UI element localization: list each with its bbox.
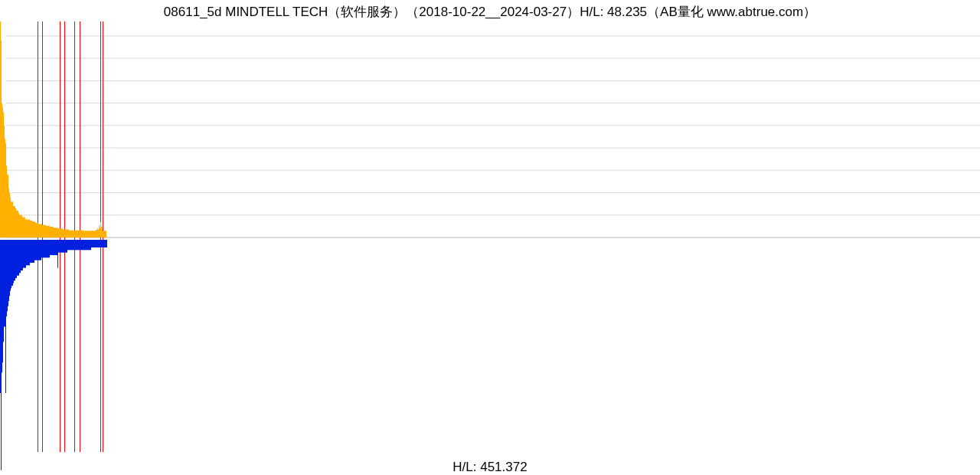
svg-rect-166 (6, 240, 7, 316)
svg-rect-281 (94, 240, 95, 247)
svg-rect-112 (71, 231, 72, 238)
svg-rect-91 (55, 228, 56, 238)
svg-rect-203 (34, 240, 35, 260)
svg-rect-245 (67, 240, 67, 253)
svg-rect-199 (31, 240, 32, 263)
svg-rect-174 (12, 240, 13, 286)
svg-rect-183 (19, 240, 20, 273)
svg-rect-145 (96, 230, 97, 238)
chart-canvas (0, 0, 980, 475)
svg-rect-118 (76, 231, 77, 238)
svg-rect-114 (73, 231, 74, 238)
svg-rect-110 (70, 231, 70, 238)
svg-rect-89 (54, 228, 54, 238)
svg-rect-85 (51, 227, 51, 238)
svg-rect-153 (103, 231, 103, 238)
svg-rect-136 (90, 231, 90, 238)
svg-rect-207 (38, 240, 38, 260)
svg-rect-130 (85, 231, 86, 238)
chart-subtitle: H/L: 451.372 (0, 460, 980, 475)
svg-rect-219 (47, 240, 47, 257)
svg-rect-71 (40, 224, 41, 238)
svg-rect-80 (47, 226, 47, 238)
svg-rect-132 (87, 231, 87, 238)
svg-rect-215 (44, 240, 44, 257)
svg-rect-29 (8, 175, 8, 238)
svg-rect-19 (0, 21, 1, 238)
svg-rect-60 (31, 221, 32, 238)
svg-rect-247 (68, 240, 69, 250)
svg-rect-150 (100, 222, 101, 238)
svg-rect-54 (27, 220, 28, 238)
svg-rect-168 (8, 240, 8, 306)
svg-rect-131 (86, 231, 87, 238)
svg-rect-246 (67, 240, 68, 250)
svg-rect-63 (34, 221, 34, 238)
svg-rect-243 (65, 240, 66, 253)
svg-rect-87 (52, 227, 53, 238)
svg-rect-233 (57, 240, 58, 268)
svg-rect-265 (82, 240, 83, 250)
svg-rect-48 (22, 218, 23, 238)
svg-rect-250 (70, 240, 71, 250)
svg-rect-69 (38, 224, 39, 238)
svg-rect-104 (65, 229, 66, 238)
svg-rect-152 (102, 229, 103, 238)
svg-rect-142 (94, 231, 95, 238)
svg-rect-127 (83, 231, 83, 238)
svg-rect-291 (102, 240, 103, 247)
svg-rect-138 (91, 231, 92, 238)
svg-rect-188 (23, 240, 24, 268)
svg-rect-167 (7, 240, 8, 311)
svg-rect-70 (39, 224, 40, 238)
svg-rect-115 (74, 231, 74, 238)
svg-rect-94 (57, 228, 58, 238)
svg-rect-36 (13, 206, 14, 238)
svg-rect-51 (24, 218, 25, 238)
svg-rect-216 (44, 240, 45, 257)
svg-rect-120 (77, 231, 78, 238)
svg-rect-55 (28, 220, 28, 238)
svg-rect-68 (38, 223, 38, 238)
svg-rect-59 (31, 221, 31, 238)
svg-rect-100 (62, 228, 63, 238)
svg-rect-190 (24, 240, 25, 268)
stock-chart: 08611_5d MINDTELL TECH（软件服务）（2018-10-22_… (0, 0, 980, 475)
svg-rect-83 (49, 226, 50, 238)
svg-rect-187 (22, 240, 23, 270)
svg-rect-186 (21, 240, 22, 270)
svg-rect-25 (5, 139, 5, 238)
svg-rect-122 (79, 231, 80, 238)
svg-rect-197 (30, 240, 31, 263)
svg-rect-283 (96, 240, 96, 247)
svg-rect-213 (42, 240, 43, 257)
svg-rect-134 (88, 231, 89, 238)
svg-rect-125 (81, 231, 82, 238)
svg-rect-237 (60, 240, 61, 253)
svg-rect-198 (31, 240, 31, 263)
svg-rect-123 (80, 231, 80, 238)
svg-rect-211 (41, 240, 41, 260)
svg-rect-72 (41, 224, 41, 238)
svg-rect-28 (7, 175, 8, 238)
svg-rect-113 (72, 231, 73, 238)
svg-rect-182 (18, 240, 19, 276)
svg-rect-208 (38, 240, 39, 260)
svg-rect-227 (53, 240, 54, 255)
svg-rect-39 (15, 208, 16, 238)
svg-rect-73 (41, 224, 42, 238)
svg-rect-273 (88, 240, 89, 250)
svg-rect-229 (54, 240, 55, 255)
svg-rect-155 (104, 231, 105, 238)
svg-rect-286 (98, 240, 99, 247)
svg-rect-228 (54, 240, 54, 255)
svg-rect-57 (29, 220, 30, 238)
svg-rect-285 (97, 240, 98, 247)
svg-rect-205 (36, 240, 37, 260)
svg-rect-121 (78, 231, 79, 238)
svg-rect-74 (42, 225, 43, 238)
svg-rect-99 (61, 228, 62, 238)
svg-rect-242 (64, 240, 65, 253)
svg-rect-270 (86, 240, 87, 250)
svg-rect-76 (44, 225, 44, 238)
